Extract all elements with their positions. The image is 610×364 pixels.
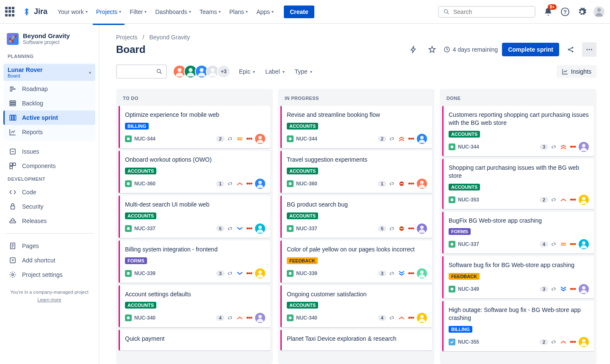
svg-rect-8 xyxy=(10,101,16,102)
assignee-avatar[interactable] xyxy=(417,268,427,279)
issue-card[interactable]: Onboard workout options (OWO)ACCOUNTSNUC… xyxy=(119,151,270,193)
issue-key: NUC-355 xyxy=(458,339,479,345)
sidebar-item-releases[interactable]: Releases xyxy=(3,214,95,228)
issue-type-icon xyxy=(449,196,455,203)
sidebar-item-add-shortcut[interactable]: Add shortcut xyxy=(3,253,95,267)
automation-icon[interactable] xyxy=(406,42,421,57)
more-icon[interactable]: ••• xyxy=(570,242,576,246)
nav-apps[interactable]: Apps▾ xyxy=(253,6,277,18)
search-input[interactable] xyxy=(453,8,530,15)
board-selector[interactable]: Lunar Rover Board ▾ xyxy=(3,64,95,81)
assignee-avatar[interactable] xyxy=(417,179,427,189)
issue-card[interactable]: Software bug fix for BG Web-store app cr… xyxy=(442,256,594,298)
issue-card[interactable]: High outage: Software bug fix - BG Web-s… xyxy=(442,301,594,351)
filter-epic[interactable]: Epic▾ xyxy=(239,68,255,75)
sidebar-item-reports[interactable]: Reports xyxy=(3,125,95,139)
more-icon[interactable]: ••• xyxy=(246,226,252,231)
nav-teams[interactable]: Teams▾ xyxy=(196,6,224,18)
more-icon[interactable]: ••• xyxy=(246,182,252,186)
breadcrumb-project[interactable]: Beyond Gravity xyxy=(149,34,190,41)
more-menu-icon[interactable] xyxy=(582,42,596,57)
assignee-avatar[interactable] xyxy=(255,134,265,144)
insights-button[interactable]: Insights xyxy=(557,65,596,78)
svg-point-21 xyxy=(12,274,14,276)
sidebar-item-issues[interactable]: Issues xyxy=(3,144,95,159)
issue-card[interactable]: Revise and streamline booking flowACCOUN… xyxy=(280,106,432,148)
more-icon[interactable]: ••• xyxy=(408,137,414,141)
assignee-avatar[interactable] xyxy=(579,142,589,152)
help-icon[interactable]: ? xyxy=(559,6,571,18)
issue-card[interactable]: Billing system integration - frontendFOR… xyxy=(119,240,270,283)
avatar-more[interactable]: +3 xyxy=(217,65,230,78)
issue-card[interactable]: BG product search bugACCOUNTSNUC-3375••• xyxy=(280,196,432,238)
issue-card[interactable]: Account settings defaultsACCOUNTSNUC-340… xyxy=(119,285,270,328)
issue-card[interactable]: Optimize experience for mobile webBILLIN… xyxy=(119,106,270,148)
issue-card[interactable]: Customers reporting shopping cart purcha… xyxy=(442,106,594,156)
assignee-avatar[interactable] xyxy=(255,223,265,234)
sidebar-item-project-settings[interactable]: Project settings xyxy=(3,267,95,282)
assignee-avatar[interactable] xyxy=(255,179,265,189)
star-icon[interactable] xyxy=(425,42,439,57)
assignee-avatar[interactable] xyxy=(255,268,265,279)
jira-logo[interactable]: Jira xyxy=(22,7,47,17)
issue-card[interactable]: BugFix BG Web-store app crashingFORMSNUC… xyxy=(442,212,594,254)
issue-card[interactable]: Multi-dest search UI mobile webACCOUNTSN… xyxy=(119,196,270,238)
issue-card[interactable]: Ongoing customer satisfactionACCOUNTSNUC… xyxy=(280,285,432,328)
more-icon[interactable]: ••• xyxy=(570,145,576,149)
more-icon[interactable]: ••• xyxy=(570,287,576,291)
issue-card[interactable]: Color of pale yellow on our pages looks … xyxy=(280,240,432,283)
share-icon[interactable] xyxy=(563,42,578,57)
settings-icon[interactable] xyxy=(576,6,588,18)
sidebar-item-code[interactable]: Code xyxy=(3,185,95,199)
issue-card[interactable]: Quick payment xyxy=(119,330,270,350)
filter-label[interactable]: Label▾ xyxy=(265,68,284,75)
more-icon[interactable]: ••• xyxy=(246,271,252,276)
app-switcher-icon[interactable] xyxy=(5,7,15,17)
nav-projects[interactable]: Projects▾ xyxy=(93,6,125,18)
sidebar-item-roadmap[interactable]: Roadmap xyxy=(3,82,95,96)
breadcrumb-projects[interactable]: Projects xyxy=(116,34,138,41)
issue-card[interactable]: Shopping cart purchasing issues with the… xyxy=(442,159,594,209)
nav-your-work[interactable]: Your work▾ xyxy=(54,6,91,18)
sidebar-item-backlog[interactable]: Backlog xyxy=(3,96,95,110)
assignee-avatar[interactable] xyxy=(579,239,589,249)
profile-avatar[interactable] xyxy=(593,6,605,18)
assignee-avatar[interactable] xyxy=(579,337,589,347)
nav-filter[interactable]: Filter▾ xyxy=(126,6,150,18)
more-icon[interactable]: ••• xyxy=(570,198,576,202)
sidebar-item-active-sprint[interactable]: Active sprint xyxy=(3,110,95,125)
more-icon[interactable]: ••• xyxy=(246,137,252,141)
assignee-avatar[interactable] xyxy=(255,313,265,323)
assignee-avatar[interactable] xyxy=(579,195,589,205)
project-header[interactable]: 🚀 Beyond Gravity Software project xyxy=(3,32,95,50)
notifications-icon[interactable]: 9+ xyxy=(542,6,554,18)
assignee-avatar[interactable] xyxy=(417,313,427,323)
sidebar-item-components[interactable]: Components xyxy=(3,159,95,173)
global-search[interactable] xyxy=(438,6,535,18)
filter-type[interactable]: Type▾ xyxy=(295,68,312,75)
sidebar-item-pages[interactable]: Pages xyxy=(3,239,95,253)
card-title: Optimize experience for mobile web xyxy=(125,111,265,119)
story-points: 3 xyxy=(540,144,548,150)
issue-card[interactable]: Travel suggestion experimentsACCOUNTSNUC… xyxy=(280,151,432,193)
learn-more-link[interactable]: Learn more xyxy=(37,297,61,302)
board-search[interactable] xyxy=(116,64,167,79)
nav-dashboards[interactable]: Dashboards▾ xyxy=(152,6,194,18)
more-icon[interactable]: ••• xyxy=(408,316,414,320)
priority-icon xyxy=(236,226,243,232)
board-sub: Board xyxy=(8,73,42,78)
more-icon[interactable]: ••• xyxy=(408,271,414,276)
create-button[interactable]: Create xyxy=(284,6,314,18)
more-icon[interactable]: ••• xyxy=(246,316,252,320)
assignee-avatar[interactable] xyxy=(579,284,589,294)
more-icon[interactable]: ••• xyxy=(408,226,414,231)
sidebar-item-security[interactable]: Security xyxy=(3,199,95,214)
nav-plans[interactable]: Plans▾ xyxy=(226,6,251,18)
more-icon[interactable]: ••• xyxy=(408,182,414,186)
complete-sprint-button[interactable]: Complete sprint xyxy=(502,43,559,56)
issue-card[interactable]: Planet Taxi Device exploration & researc… xyxy=(280,330,432,350)
assignee-avatar[interactable] xyxy=(417,134,427,144)
assignee-avatar[interactable] xyxy=(417,223,427,234)
assignee-filter[interactable]: +3 xyxy=(175,65,230,78)
more-icon[interactable]: ••• xyxy=(570,340,576,344)
